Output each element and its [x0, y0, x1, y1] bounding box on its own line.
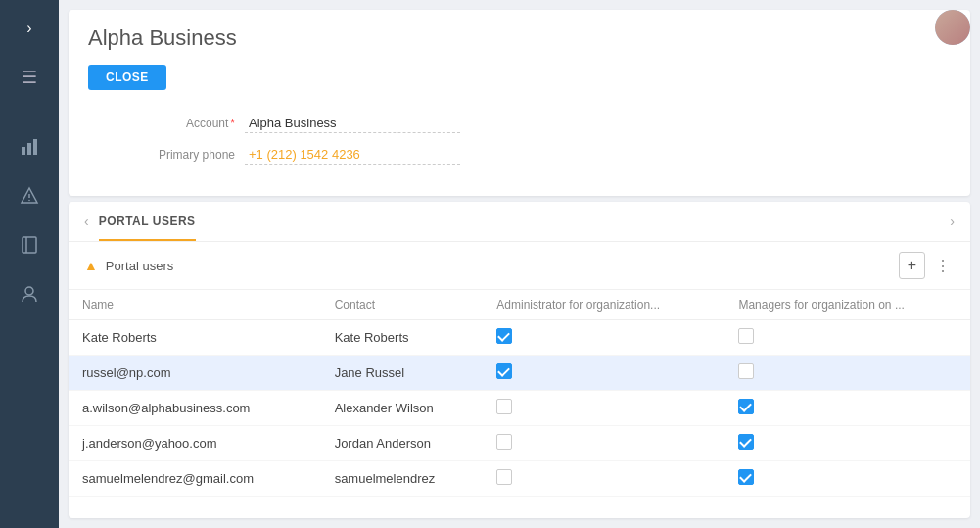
- user-avatar[interactable]: [935, 10, 970, 45]
- admin-checkbox[interactable]: [496, 363, 512, 379]
- row-contact-cell: Alexander Wilson: [321, 391, 484, 426]
- admin-checkbox[interactable]: [496, 328, 512, 344]
- manager-checkbox[interactable]: [738, 363, 754, 379]
- row-contact-cell: Kate Roberts: [321, 320, 484, 356]
- row-admin-cell: [483, 461, 724, 497]
- row-contact-cell: Jordan Anderson: [321, 426, 484, 461]
- row-contact-cell: samuelmelendrez: [321, 461, 484, 497]
- svg-point-5: [28, 200, 30, 202]
- svg-point-8: [25, 287, 33, 295]
- admin-checkbox[interactable]: [496, 469, 512, 485]
- manager-checkbox[interactable]: [738, 434, 754, 450]
- col-contact: Contact: [321, 290, 484, 320]
- row-manager-cell: [724, 461, 970, 497]
- row-admin-cell: [483, 320, 724, 356]
- table-header-row: Name Contact Administrator for organizat…: [69, 290, 970, 320]
- portal-sub-header: ▲ Portal users + ⋮: [69, 242, 970, 290]
- portal-sub-title: Portal users: [106, 259, 899, 273]
- row-contact-cell: Jane Russel: [321, 356, 484, 391]
- portal-section-title: PORTAL USERS: [99, 215, 951, 228]
- manager-checkbox[interactable]: [738, 328, 754, 344]
- portal-more-button[interactable]: ⋮: [931, 255, 955, 277]
- sidebar-menu-icon[interactable]: ☰: [12, 57, 47, 98]
- manager-checkbox[interactable]: [738, 469, 754, 485]
- row-name-cell[interactable]: j.anderson@yahoo.com: [69, 426, 321, 461]
- phone-row: Primary phone +1 (212) 1542 4236: [88, 145, 951, 165]
- portal-back-chevron[interactable]: ‹: [84, 214, 89, 229]
- phone-value[interactable]: +1 (212) 1542 4236: [245, 145, 460, 165]
- row-admin-cell: [483, 426, 724, 461]
- page-title: Alpha Business: [88, 25, 951, 51]
- admin-checkbox[interactable]: [496, 434, 512, 450]
- portal-users-card: ‹ PORTAL USERS › ▲ Portal users + ⋮ Name…: [69, 202, 970, 518]
- col-admin: Administrator for organization...: [483, 290, 724, 320]
- row-name-cell[interactable]: samuelmelendrez@gmail.com: [69, 461, 321, 497]
- table-row: j.anderson@yahoo.comJordan Anderson: [69, 426, 970, 461]
- portal-collapse-icon[interactable]: ▲: [84, 258, 98, 273]
- form-section: Account* Alpha Business Primary phone +1…: [88, 114, 951, 165]
- sidebar-icon-chart[interactable]: [10, 127, 49, 170]
- manager-checkbox[interactable]: [738, 399, 754, 414]
- row-name-cell[interactable]: a.wilson@alphabusiness.com: [69, 391, 321, 426]
- admin-checkbox[interactable]: [496, 399, 512, 414]
- portal-table: Name Contact Administrator for organizat…: [69, 290, 970, 497]
- table-row: Kate RobertsKate Roberts: [69, 320, 970, 356]
- row-name-cell: Kate Roberts: [69, 320, 321, 356]
- account-row: Account* Alpha Business: [88, 114, 951, 133]
- col-name: Name: [69, 290, 321, 320]
- portal-forward-chevron[interactable]: ›: [950, 214, 955, 229]
- close-button[interactable]: CLOSE: [88, 65, 166, 90]
- sidebar-icon-user[interactable]: [10, 274, 49, 317]
- svg-rect-6: [23, 237, 36, 253]
- table-row: russel@np.comJane Russel: [69, 356, 970, 391]
- row-manager-cell: [724, 391, 970, 426]
- sidebar-icon-alert[interactable]: [10, 176, 49, 219]
- row-manager-cell: [724, 356, 970, 391]
- col-manager: Managers for organization on ...: [724, 290, 970, 320]
- row-manager-cell: [724, 426, 970, 461]
- sidebar: › ☰: [0, 0, 59, 528]
- table-row: a.wilson@alphabusiness.comAlexander Wils…: [69, 391, 970, 426]
- sidebar-nav: [10, 127, 49, 528]
- row-admin-cell: [483, 356, 724, 391]
- row-admin-cell: [483, 391, 724, 426]
- row-name-cell[interactable]: russel@np.com: [69, 356, 321, 391]
- account-label: Account*: [88, 117, 245, 130]
- account-value[interactable]: Alpha Business: [245, 114, 460, 133]
- svg-rect-0: [22, 147, 25, 155]
- portal-header: ‹ PORTAL USERS ›: [69, 202, 970, 242]
- sidebar-icon-book[interactable]: [10, 225, 49, 268]
- avatar-image: [935, 10, 970, 45]
- row-manager-cell: [724, 320, 970, 356]
- main-content: Alpha Business CLOSE Account* Alpha Busi…: [59, 0, 980, 528]
- sidebar-expand-icon[interactable]: ›: [17, 10, 41, 47]
- portal-add-button[interactable]: +: [899, 252, 925, 279]
- phone-label: Primary phone: [88, 148, 245, 162]
- svg-rect-1: [27, 143, 31, 155]
- account-card: Alpha Business CLOSE Account* Alpha Busi…: [69, 10, 970, 196]
- table-row: samuelmelendrez@gmail.comsamuelmelendrez: [69, 461, 970, 497]
- svg-rect-2: [33, 139, 37, 155]
